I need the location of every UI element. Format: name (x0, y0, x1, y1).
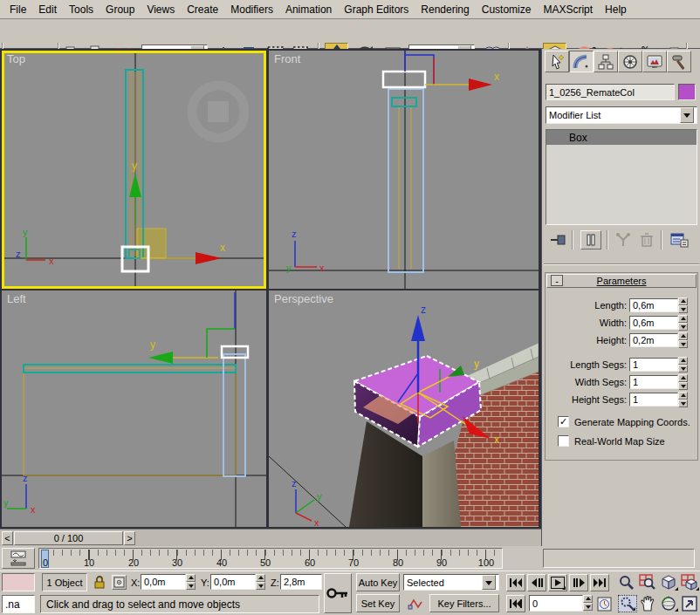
length-spinner[interactable] (678, 297, 688, 313)
tab-create[interactable] (545, 51, 569, 72)
tab-modify[interactable] (569, 51, 594, 72)
width-segs-field[interactable]: 1 (629, 375, 678, 389)
menu-item-customize[interactable]: Customize (476, 2, 538, 17)
arc-rotate-button[interactable] (660, 595, 679, 612)
menu-item-tools[interactable]: Tools (63, 2, 100, 17)
height-segs-spinner[interactable] (678, 392, 688, 407)
play-button[interactable] (548, 574, 567, 591)
menu-item-group[interactable]: Group (100, 2, 141, 17)
menu-item-modifiers[interactable]: Modifiers (224, 2, 279, 17)
generate-mapping-coords-checkbox[interactable]: ✓ (558, 416, 569, 427)
height-segs-field[interactable]: 1 (629, 393, 678, 407)
create-tab-icon (548, 53, 566, 71)
time-slider-next-button[interactable]: > (124, 531, 135, 545)
menu-item-graph-editors[interactable]: Graph Editors (338, 2, 415, 17)
pin-stack-button[interactable] (549, 231, 568, 249)
viewport-front[interactable]: x z x y Front (269, 51, 539, 289)
width-spinner[interactable] (678, 315, 688, 331)
menu-item-views[interactable]: Views (141, 2, 181, 17)
maxscript-mini-listener[interactable]: .na (2, 595, 35, 613)
zoom-extents-all-button[interactable] (681, 574, 700, 591)
y-coord-field[interactable]: 0,0m (210, 574, 256, 590)
time-slider-prev-button[interactable]: < (2, 531, 13, 545)
viewport-perspective[interactable]: y x z z y x Perspective (269, 290, 539, 527)
current-frame-value: 0 (532, 598, 538, 609)
default-tangent-button[interactable] (405, 595, 426, 612)
min-max-toggle-button[interactable] (681, 595, 698, 612)
y-coord-spinner[interactable] (256, 574, 265, 590)
auto-key-button[interactable]: Auto Key (356, 573, 400, 591)
go-to-start-button[interactable] (506, 574, 525, 591)
width-value: 0,6m (633, 318, 654, 328)
menu-item-animation[interactable]: Animation (279, 2, 338, 17)
zoom-button[interactable] (618, 574, 635, 591)
make-unique-button[interactable] (614, 232, 633, 248)
absolute-mode-toggle[interactable] (112, 575, 127, 590)
time-slider-track[interactable]: < 0 / 100 > (0, 529, 541, 546)
key-filters-button[interactable]: Key Filters... (429, 594, 499, 612)
z-coord-field[interactable]: 2,8m (280, 574, 322, 590)
selection-lock-button[interactable] (93, 575, 106, 590)
menu-item-maxscript[interactable]: MAXScript (537, 2, 599, 17)
length-segs-field[interactable]: 1 (629, 358, 678, 372)
key-mode-toggle-button[interactable] (506, 595, 525, 612)
width-segs-spinner[interactable] (678, 374, 688, 390)
viewport-perspective-label[interactable]: Perspective (274, 292, 333, 305)
parameters-rollout-header[interactable]: - Parameters (546, 274, 697, 288)
real-world-map-size-checkbox[interactable] (558, 435, 569, 447)
key-filter-scope-dropdown[interactable]: Selected (403, 574, 499, 591)
x-coord-spinner[interactable] (186, 574, 196, 590)
stack-toolbar (542, 230, 700, 251)
param-row-height: Height: 0,2m (549, 332, 699, 347)
set-key-button[interactable]: Set Key (356, 594, 400, 612)
menu-item-create[interactable]: Create (181, 2, 224, 17)
pan-button[interactable] (639, 595, 656, 612)
height-field[interactable]: 0,2m (629, 333, 678, 347)
show-end-result-button[interactable] (580, 230, 601, 249)
length-segs-spinner[interactable] (678, 357, 688, 372)
zoom-all-icon (639, 574, 656, 591)
chevron-down-icon[interactable] (482, 575, 496, 590)
create-key-button[interactable] (324, 573, 352, 613)
rollout-collapse-icon[interactable]: - (551, 275, 563, 286)
object-color-swatch[interactable] (678, 84, 696, 100)
tab-utilities[interactable] (667, 51, 691, 72)
viewport-top-label[interactable]: Top (7, 52, 25, 65)
param-row-length: Length: 0,6m (549, 297, 699, 312)
tab-hierarchy[interactable] (594, 51, 618, 72)
viewport-top[interactable]: x y y x z Top (2, 51, 266, 289)
tab-motion[interactable] (618, 51, 642, 72)
viewport-front-label[interactable]: Front (274, 52, 300, 65)
zoom-all-button[interactable] (639, 574, 656, 591)
menu-item-rendering[interactable]: Rendering (415, 2, 475, 17)
viewport-left[interactable]: y z y x Left (2, 290, 266, 527)
go-to-end-button[interactable] (590, 574, 609, 591)
previous-frame-button[interactable] (527, 574, 546, 591)
menu-item-file[interactable]: File (3, 2, 32, 17)
menu-item-help[interactable]: Help (599, 2, 633, 17)
zoom-extents-button[interactable] (660, 574, 679, 591)
zoom-region-button[interactable] (618, 595, 637, 612)
time-configuration-button[interactable] (595, 595, 613, 612)
menu-item-edit[interactable]: Edit (32, 2, 63, 17)
modifier-stack-item-box[interactable]: Box (546, 130, 697, 145)
mini-curve-editor-button[interactable] (2, 548, 35, 569)
current-frame-field[interactable]: 0 (529, 595, 583, 612)
modifier-list-dropdown[interactable]: Modifier List (546, 106, 697, 124)
viewport-left-label[interactable]: Left (7, 292, 26, 305)
height-spinner[interactable] (678, 332, 688, 348)
next-frame-button[interactable] (569, 574, 588, 591)
track-bar-ruler[interactable]: 0 10 20 30 40 50 60 70 80 90 100 (38, 548, 503, 569)
chevron-down-icon[interactable] (680, 107, 694, 123)
modifier-stack[interactable]: Box (546, 129, 697, 225)
frame-spinner[interactable] (583, 595, 593, 611)
length-field[interactable]: 0,6m (629, 298, 678, 312)
time-slider-handle[interactable]: 0 / 100 (14, 531, 123, 545)
remove-modifier-button[interactable] (638, 232, 655, 248)
width-field[interactable]: 0,6m (629, 316, 678, 330)
maxscript-mini-listener-pink[interactable] (2, 573, 35, 591)
configure-modifier-sets-button[interactable] (669, 232, 689, 248)
x-coord-field[interactable]: 0,0m (141, 574, 186, 590)
object-name-field[interactable]: 1_0256_RemateCol (546, 84, 675, 100)
tab-display[interactable] (642, 51, 667, 72)
